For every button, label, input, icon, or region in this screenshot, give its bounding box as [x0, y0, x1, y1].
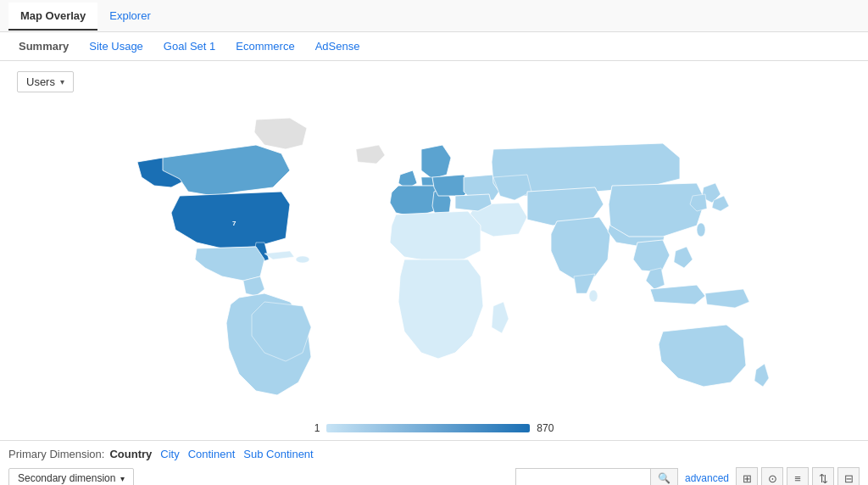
view-pivot-icon[interactable]: ⊟	[837, 467, 860, 485]
dropdown-label: Users	[26, 75, 55, 88]
secondary-dropdown-arrow: ▾	[120, 474, 125, 483]
primary-dimension-label: Primary Dimension:	[8, 448, 104, 460]
search-box: 🔍	[515, 468, 678, 485]
search-icon: 🔍	[658, 472, 670, 484]
primary-dim-subcontinent[interactable]: Sub Continent	[243, 448, 313, 460]
primary-dimension-row: Primary Dimension: Country City Continen…	[8, 448, 860, 460]
view-icons: ⊞ ⊙ ≡ ⇅ ⊟	[736, 467, 860, 485]
svg-point-2	[697, 223, 705, 237]
svg-point-0	[296, 256, 309, 263]
search-button[interactable]: 🔍	[651, 468, 678, 485]
primary-dim-continent[interactable]: Continent	[188, 448, 236, 460]
subtab-site-usage[interactable]: Site Usage	[79, 35, 153, 58]
subtab-adsense[interactable]: AdSense	[305, 35, 370, 58]
legend-bar	[326, 424, 530, 432]
secondary-dimension-dropdown[interactable]: Secondary dimension ▾	[8, 468, 134, 485]
users-dropdown[interactable]: Users ▾	[17, 71, 74, 92]
view-list-icon[interactable]: ≡	[787, 467, 809, 485]
subtab-goal-set-1[interactable]: Goal Set 1	[153, 35, 225, 58]
legend-max: 870	[537, 422, 554, 434]
dropdown-arrow: ▾	[60, 77, 64, 86]
legend-row: 1 870	[0, 416, 868, 440]
search-input[interactable]	[515, 468, 651, 485]
tabs-row: Map Overlay Explorer	[0, 0, 868, 32]
svg-point-1	[589, 290, 598, 302]
primary-dim-city[interactable]: City	[160, 448, 179, 460]
subtabs-row: Summary Site Usage Goal Set 1 Ecommerce …	[0, 32, 868, 61]
legend-min: 1	[314, 422, 320, 434]
view-sort-icon[interactable]: ⇅	[812, 467, 834, 485]
primary-dimension-active: Country	[109, 448, 152, 460]
subtab-ecommerce[interactable]: Ecommerce	[225, 35, 304, 58]
controls-row: Secondary dimension ▾ 🔍 advanced ⊞ ⊙ ≡ ⇅…	[8, 467, 860, 485]
tab-explorer[interactable]: Explorer	[97, 3, 162, 31]
subtab-summary[interactable]: Summary	[8, 35, 79, 58]
view-grid-icon[interactable]: ⊞	[736, 467, 758, 485]
usa-label: 7	[232, 220, 236, 227]
tab-map-overlay[interactable]: Map Overlay	[8, 3, 97, 31]
bottom-bar: Primary Dimension: Country City Continen…	[0, 440, 868, 485]
secondary-dimension-label: Secondary dimension	[18, 472, 115, 484]
world-map-svg: 7	[86, 111, 782, 408]
view-globe-icon[interactable]: ⊙	[761, 467, 783, 485]
map-container: 7	[0, 103, 868, 416]
advanced-link[interactable]: advanced	[685, 472, 729, 484]
